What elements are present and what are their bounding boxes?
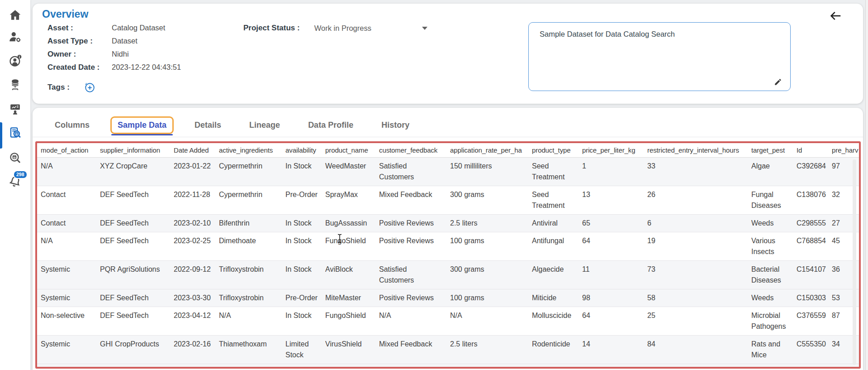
add-tag-button[interactable] [84,82,95,93]
sidebar-item-user-activity[interactable] [6,53,24,70]
table-cell: 2023-02-25 [174,232,219,261]
page-scrollbar[interactable] [865,0,868,370]
sidebar-item-home[interactable] [6,7,24,24]
sidebar-item-data-search[interactable] [6,150,24,167]
table-cell: Non-selective [37,307,100,336]
table-cell: 33 [647,158,751,186]
column-header: customer_feedback [379,143,450,158]
table-cell: Molluscicide [532,307,582,336]
column-header: availability [285,143,325,158]
table-cell: 84 [647,336,751,364]
back-button[interactable] [828,8,843,24]
table-row: Non-selectiveDEF SeedTech2023-04-12N/AIn… [37,307,859,336]
table-cell: Antifungal [532,232,582,261]
table-cell: Positive Reviews [379,215,450,232]
table-row: ContactDEF SeedTech2022-11-28Cypermethri… [37,186,859,215]
field-label: Asset Type : [47,37,112,46]
chevron-down-icon[interactable] [422,27,427,30]
table-cell: FungoShield [325,232,379,261]
table-cell: Rats and Mice [751,336,797,364]
description-box[interactable]: Sample Dataset for Data Catalog Search [528,22,791,91]
table-cell: Satisfied Customers [379,158,450,186]
table-cell: C150303 [797,289,832,307]
table-cell: Positive Reviews [379,232,450,261]
tab-history[interactable]: History [374,116,417,134]
table-cell: Seed Treatment [532,186,582,215]
project-status-label: Project Status : [243,24,300,33]
tab-columns[interactable]: Columns [47,116,97,134]
table-cell: 2.5 liters [450,336,532,364]
table-cell: 73 [647,261,751,289]
catalog-search-icon [8,126,22,142]
project-status-value[interactable]: Work in Progress [314,24,371,33]
table-cell: C555350 [797,336,832,364]
table-cell: In Stock [285,215,325,232]
table-cell: Bifenthrin [219,215,285,232]
table-cell: 14 [582,336,647,364]
table-cell: Mixed Feedback [379,336,450,364]
table-cell: DEF SeedTech [100,307,174,336]
table-cell: 64 [582,307,647,336]
table-cell: C392684 [797,158,832,186]
tab-details[interactable]: Details [187,116,228,134]
table-cell: Pre-Order [285,186,325,215]
table-cell: Thiamethoxam [219,336,285,364]
sidebar-item-data-catalog[interactable] [6,125,24,142]
table-cell: Various Insects [751,232,797,261]
tab-lineage[interactable]: Lineage [242,116,287,134]
table-cell: N/A [379,307,450,336]
table-cell: Atrazine [219,364,285,369]
table-cell: N/A [37,158,100,186]
table-cell: C768854 [797,232,832,261]
overview-field-row: Asset Type :Dataset [47,37,181,46]
back-arrow-icon [829,9,842,23]
table-cell: DEF SeedTech [100,232,174,261]
table-cell: 64 [582,232,647,261]
table-cell: In Stock [285,261,325,289]
table-cell: SprayMax [325,364,379,369]
tab-sample-data[interactable]: Sample Data [110,116,174,134]
table-cell: Weeds [751,215,797,232]
sidebar-item-data-sources[interactable] [6,77,24,94]
table-cell: 100 grams [450,364,532,369]
table-cell: C480875 [797,364,832,369]
user-gear-icon [8,30,22,46]
table-cell: Seed Treatment [532,158,582,186]
table-cell: Contact [37,215,100,232]
table-cell: Mixed Feedback [379,186,450,215]
table-cell: Trifloxystrobin [219,289,285,307]
table-cell: VirusShield [325,336,379,364]
table-cell: 65 [582,215,647,232]
table-cell: 300 grams [450,186,532,215]
notification-badge: 298 [13,170,28,179]
table-cell: FungoShield [325,307,379,336]
table-cell: 2023-02-16 [174,336,219,364]
table-row: N/AXYZ CropCare2023-01-22CypermethrinIn … [37,158,859,186]
edit-pencil-icon[interactable] [774,78,782,86]
column-header: target_pest [751,143,797,158]
sidebar-item-user-management[interactable] [6,29,24,46]
table-scrollbar[interactable] [853,159,856,365]
table-row: N/ADEF SeedTech2023-02-25DimethoateIn St… [37,232,859,261]
table-cell: Satisfied Customers [379,261,450,289]
table-cell: GHI CropProducts [100,336,174,364]
table-cell: 300 grams [450,261,532,289]
overview-field-row: Owner :Nidhi [47,50,181,59]
tab-data-profile[interactable]: Data Profile [301,116,360,134]
sidebar: 298 [0,0,30,370]
table-cell: C376559 [797,307,832,336]
table-row: SystemicDEF SeedTech2023-03-30Trifloxyst… [37,289,859,307]
column-header: Date Added [174,143,219,158]
table-cell: Cypermethrin [219,158,285,186]
table-cell: Cypermethrin [219,186,285,215]
table-cell: 2023-03-30 [174,289,219,307]
table-cell: PQR AgriSolutions [100,261,174,289]
description-text: Sample Dataset for Data Catalog Search [540,30,675,38]
sidebar-item-workspace-board[interactable] [6,101,24,118]
table-cell: BugAssassin [325,215,379,232]
table-cell: Algaecide [532,261,582,289]
table-cell: Antiviral [532,215,582,232]
table-cell: XYZ CropCare [100,158,174,186]
table-cell: Limited Stock [285,364,325,369]
table-cell: DEF SeedTech [100,186,174,215]
